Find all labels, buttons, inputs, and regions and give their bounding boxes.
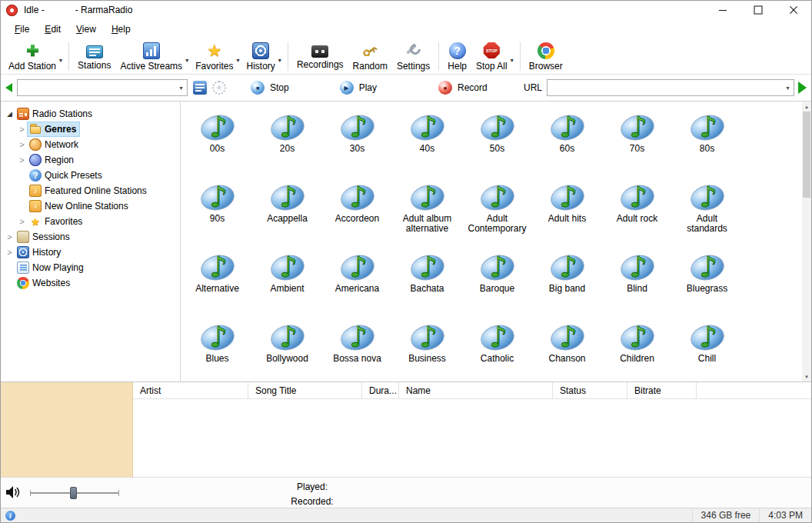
list-view-button[interactable] [193,81,207,95]
toolbar-browser-button[interactable]: Browser [524,42,567,72]
forward-arrow-icon[interactable] [798,82,807,94]
tree-item-radio-stations[interactable]: ◢Radio Stations [1,106,180,122]
menu-edit[interactable]: Edit [37,21,68,38]
close-button[interactable] [776,1,811,19]
tree-item-favorites[interactable]: >Favorites [1,214,180,229]
expand-arrow-icon[interactable]: > [16,140,28,149]
collapse-arrow-icon[interactable]: ◢ [4,110,15,118]
toolbar-stop-all-button[interactable]: Stop All▾ [471,42,516,72]
genre-item-catholic[interactable]: ♪Catholic [462,315,532,381]
expand-arrow-icon[interactable]: > [16,155,28,165]
genre-item-bossa-nova[interactable]: ♪Bossa nova [322,315,392,381]
toolbar-history-button[interactable]: History▾ [242,42,284,72]
column-header-name[interactable]: Name [399,382,553,398]
genre-item-chill[interactable]: ♪Chill [672,315,742,381]
expand-arrow-icon[interactable]: > [4,248,15,257]
genre-item-children[interactable]: ♪Children [602,315,672,381]
tree-item-network[interactable]: >Network [1,137,180,152]
genre-item-adult-contemporary[interactable]: ♪Adult Contemporary [462,175,532,245]
genre-item-adult-hits[interactable]: ♪Adult hits [532,175,602,245]
toolbar-favorites-button[interactable]: Favorites▾ [191,42,241,72]
genre-item-bollywood[interactable]: ♪Bollywood [252,315,322,381]
toolbar-random-button[interactable]: Random [348,42,392,72]
vertical-scrollbar[interactable]: ▲ ▼ [802,102,811,381]
scrollbar-thumb[interactable] [803,112,810,198]
tree-item-genres[interactable]: >Genres [1,122,180,137]
scrollbar-track[interactable] [802,112,811,371]
tree-item-quick-presets[interactable]: Quick Presets [1,168,180,183]
genre-item-adult-standards[interactable]: ♪Adult standards [672,175,742,245]
record-button[interactable]: ● Record [438,81,488,95]
toolbar-recordings-button[interactable]: Recordings [292,42,348,71]
genre-item-business[interactable]: ♪Business [392,315,462,381]
combo-dropdown-icon[interactable]: ▾ [782,85,794,92]
url-input[interactable] [547,80,782,95]
tree-item-new-online-stations[interactable]: New Online Stations [1,198,180,214]
tree-item-sessions[interactable]: >Sessions [1,229,180,245]
genre-item-20s[interactable]: ♪20s [252,105,322,175]
dropdown-arrow-icon[interactable]: ▾ [185,57,188,64]
genre-item-70s[interactable]: ♪70s [602,105,672,175]
genre-item-adult-rock[interactable]: ♪Adult rock [602,175,672,245]
combo-dropdown-icon[interactable]: ▾ [175,85,187,92]
scroll-up-icon[interactable]: ▲ [802,102,811,112]
dropdown-arrow-icon[interactable]: ▾ [511,57,514,64]
genre-item-americana[interactable]: ♪Americana [322,245,392,315]
genre-item-chanson[interactable]: ♪Chanson [532,315,602,381]
toolbar-settings-button[interactable]: Settings [392,42,434,72]
menu-help[interactable]: Help [104,21,138,38]
stop-button[interactable]: ■ Stop [251,81,289,95]
dropdown-arrow-icon[interactable]: ▾ [237,57,240,64]
menu-file[interactable]: File [7,21,37,38]
minimize-button[interactable] [705,1,740,19]
toolbar-active-streams-button[interactable]: Active Streams▾ [115,42,191,72]
menu-view[interactable]: View [68,21,104,38]
back-arrow-icon[interactable] [5,83,12,92]
genre-item-blind[interactable]: ♪Blind [602,245,672,315]
tree-item-featured-online-stations[interactable]: Featured Online Stations [1,183,180,198]
tree-item-websites[interactable]: Websites [1,275,180,291]
gear-icon[interactable] [212,81,226,95]
volume-slider[interactable] [30,492,119,494]
tree-item-now-playing[interactable]: Now Playing [1,260,180,275]
station-search-input[interactable] [18,80,175,95]
genre-item-baroque[interactable]: ♪Baroque [462,245,532,315]
column-header-song-title[interactable]: Song Title [248,382,362,398]
tree-item-history[interactable]: >History [1,245,180,260]
scroll-down-icon[interactable]: ▼ [802,371,811,381]
maximize-button[interactable] [740,1,776,19]
column-header-artist[interactable]: Artist [133,382,248,398]
speaker-icon[interactable] [5,485,22,499]
genre-item-30s[interactable]: ♪30s [322,105,392,175]
genre-item-00s[interactable]: ♪00s [182,105,252,175]
dropdown-arrow-icon[interactable]: ▾ [278,57,281,64]
table-body[interactable] [133,399,811,477]
genre-item-80s[interactable]: ♪80s [672,105,742,175]
url-combobox[interactable]: ▾ [547,79,794,96]
station-search-combobox[interactable]: ▾ [17,79,188,96]
genre-item-40s[interactable]: ♪40s [392,105,462,175]
genre-item-accordeon[interactable]: ♪Accordeon [322,175,392,245]
expand-arrow-icon[interactable]: > [16,125,28,134]
column-header-dura[interactable]: Dura... [362,382,399,398]
tree-item-region[interactable]: >Region [1,152,180,168]
toolbar-help-button[interactable]: Help [443,42,471,72]
genre-item-60s[interactable]: ♪60s [532,105,602,175]
genre-item-bachata[interactable]: ♪Bachata [392,245,462,315]
genre-item-adult-album-alternative[interactable]: ♪Adult album alternative [392,175,462,245]
expand-arrow-icon[interactable]: > [16,217,28,226]
genre-item-90s[interactable]: ♪90s [182,175,252,245]
genre-item-alternative[interactable]: ♪Alternative [182,245,252,315]
expand-arrow-icon[interactable]: > [4,232,15,242]
toolbar-stations-button[interactable]: Stations [73,42,115,72]
genre-item-50s[interactable]: ♪50s [462,105,532,175]
genre-item-bluegrass[interactable]: ♪Bluegrass [672,245,742,315]
genre-item-ambient[interactable]: ♪Ambient [252,245,322,315]
info-icon[interactable]: i [5,511,15,521]
dropdown-arrow-icon[interactable]: ▾ [59,57,62,64]
column-header-status[interactable]: Status [553,382,627,398]
genre-item-blues[interactable]: ♪Blues [182,315,252,381]
column-header-bitrate[interactable]: Bitrate [627,382,697,398]
genre-item-big-band[interactable]: ♪Big band [532,245,602,315]
play-button[interactable]: ▶ Play [340,81,377,95]
